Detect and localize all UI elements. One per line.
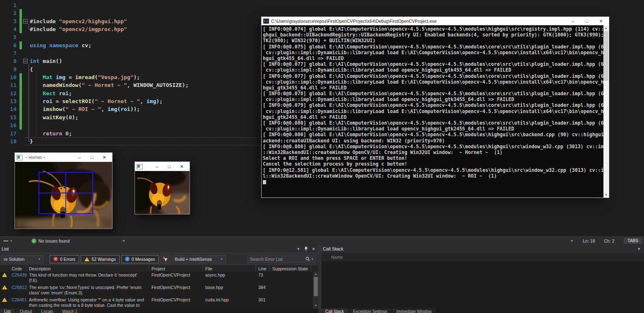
window-position-icon[interactable]: ▼ [637,247,641,251]
code-line[interactable]: 2 [0,9,265,17]
error-list-row[interactable]: C26812The enum type 'cv::NormTypes' is u… [0,284,313,296]
roi-minimize-button[interactable]: – [151,162,163,171]
fold-collapse-icon[interactable]: – [23,59,28,63]
cv-window-roi[interactable]: – □ ✕ [135,161,190,214]
code-line[interactable]: 18} [0,137,265,145]
code-line[interactable]: 6using namespace cv; [0,41,265,49]
column-header-code[interactable]: Code [9,265,26,272]
search-error-list-input[interactable]: Search Error List ▼ [248,255,316,263]
column-header-description[interactable]: Description [26,265,149,272]
warning-code-link[interactable]: C26439 [9,272,26,284]
chevron-down-icon[interactable]: ▼ [311,258,314,260]
errors-filter-button[interactable]: ✕ 0 Errors [50,255,79,263]
code-lines[interactable]: 123–#include "opencv2/highgui.hpp"4#incl… [0,1,265,145]
call-stack-name-column[interactable]: Name [321,253,644,262]
console-output[interactable]: [ INFO:0@0.074] global E:\AI\ComputerVis… [262,25,603,197]
code-line[interactable]: 11 namedWindow(" ~ Hornet ~ ", WINDOW_AU… [0,81,265,89]
roi-selection-rect[interactable] [38,172,93,214]
pin-icon[interactable] [304,247,308,251]
fold-collapse-icon[interactable]: – [23,19,28,24]
call-stack-panel: Call Stack ▼ Name Call StackException Se… [321,245,644,313]
code-line[interactable]: 16 [0,121,265,129]
search-icon [305,257,310,261]
scope-filter-dropdown[interactable]: re Solution ▼ [1,255,43,263]
console-line: cv::plugin::impl::DynamicLib::libraryLoa… [263,67,603,73]
change-tracking-bar [19,97,22,105]
code-line[interactable]: 17 return 0; [0,130,265,137]
warning-code-link[interactable]: C26812 [9,284,26,296]
tab-output[interactable]: Output [16,308,36,313]
window-position-icon[interactable]: ▼ [297,247,300,251]
expand-right-icon[interactable]: ► [570,239,574,243]
code-line[interactable]: 1 [0,1,265,9]
code-line[interactable]: 10 Mat img = imread("Vespa.jpg"); [0,73,265,81]
column-header-line[interactable]: Line [256,265,270,272]
hornet-maximize-button[interactable]: □ [86,153,98,162]
console-scrollbar[interactable]: ▲ ▼ [603,25,609,197]
hornet-close-button[interactable]: ✕ [98,153,111,162]
code-line[interactable]: 8–int main() [0,57,265,65]
tab-immediate-window[interactable]: Immediate Window [392,308,436,313]
code-line[interactable]: 14 imshow(" ~ ROI ~ ", img(roi)); [0,105,265,113]
warnings-filter-button[interactable]: 52 Warnings [81,255,120,263]
tab-list[interactable]: List [0,308,15,313]
change-tracking-bar [19,121,22,129]
hornet-image[interactable] [15,162,112,229]
console-titlebar[interactable]: C:\ C:\Users\graya\source\repos\FirstOpe… [262,17,609,25]
column-header-file[interactable]: File [203,265,256,272]
column-header-icon[interactable] [0,265,9,272]
scroll-up-icon[interactable]: ▲ [603,25,609,31]
code-line[interactable]: 4#include "opencv2/imgproc.hpp" [0,25,265,33]
scroll-down-icon[interactable]: ▼ [603,192,609,197]
roi-image[interactable] [135,171,190,214]
column-header-suppression-state[interactable]: Suppression State [270,265,311,272]
code-line[interactable]: 7 [0,49,265,57]
tab-watch-1[interactable]: Watch 1 [58,308,82,313]
error-icon: ✕ [53,257,58,261]
column-filter-button[interactable] [161,255,171,264]
console-close-button[interactable]: ✕ [594,17,608,25]
code-line[interactable]: 12 Rect roi; [0,89,265,97]
error-list-scrollbar[interactable]: ▲ ▼ [313,272,319,313]
code-line[interactable]: 9{ [0,65,265,73]
close-icon[interactable]: ✕ [312,247,315,251]
code-text: #include "opencv2/highgui.hpp" [30,17,127,25]
hornet-window-titlebar[interactable]: ~ Hornet ~ – □ ✕ [15,153,112,162]
tab-exception-settings[interactable]: Exception Settings [349,308,392,313]
cv-window-hornet[interactable]: ~ Hornet ~ – □ ✕ [14,152,113,229]
source-filter-dropdown[interactable]: Build + IntelliSense ▼ [172,255,226,263]
console-minimize-button[interactable]: – [566,17,580,25]
no-issues-status[interactable]: No issues found [38,238,70,243]
console-window[interactable]: C:\ C:\Users\graya\source\repos\FirstOpe… [261,17,609,198]
call-stack-titlebar[interactable]: Call Stack ▼ [321,245,644,253]
roi-maximize-button[interactable]: □ [163,162,175,171]
error-list-scrollbar-thumb[interactable] [314,277,318,296]
warning-suppression-state [270,284,311,296]
scroll-down-icon[interactable]: ▼ [313,303,319,308]
console-maximize-button[interactable]: □ [580,17,594,25]
warning-file: async.hpp [203,272,256,284]
tabs-mode-button[interactable]: TABS [624,238,642,244]
code-line[interactable]: 5 [0,33,265,41]
line-number: 5 [0,33,17,41]
code-cleanup-widget[interactable]: ▼ [3,240,12,242]
console-scrollbar-thumb[interactable] [604,31,608,81]
collapse-left-icon[interactable]: ◄ [122,239,125,243]
tab-locals[interactable]: Locals [37,308,58,313]
scroll-up-icon[interactable]: ▲ [313,272,319,277]
warning-icon [2,298,7,302]
error-list-row[interactable]: C26439This kind of function may not thro… [0,272,313,284]
call-stack-body[interactable] [321,261,644,308]
messages-filter-button[interactable]: i 0 Messages [121,255,159,263]
error-list-titlebar[interactable]: List ▼ ✕ [0,245,319,253]
hornet-minimize-button[interactable]: – [73,153,86,162]
column-header-project[interactable]: Project [149,265,203,272]
code-line[interactable]: 13 roi = selectROI(" ~ Hornet ~ ", img); [0,97,265,105]
roi-close-button[interactable]: ✕ [175,162,188,171]
image-window-icon [17,155,23,160]
roi-window-titlebar[interactable]: – □ ✕ [135,162,190,171]
tab-call-stack[interactable]: Call Stack [321,308,348,313]
code-line[interactable]: 3–#include "opencv2/highgui.hpp" [0,17,265,25]
code-line[interactable]: 15 waitKey(0); [0,113,265,121]
line-number: 11 [0,81,17,89]
